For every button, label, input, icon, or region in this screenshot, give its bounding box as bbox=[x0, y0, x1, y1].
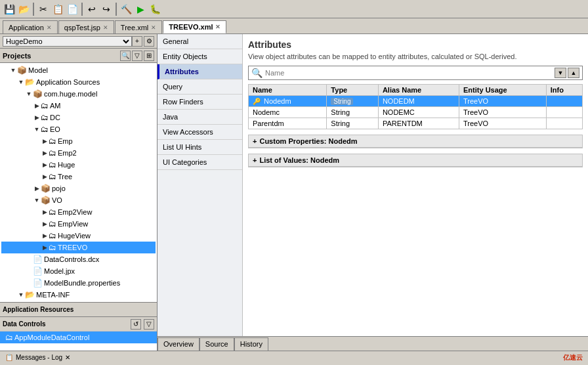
table-row[interactable]: Parentdm String PARENTDM TreeVO bbox=[249, 118, 583, 129]
tree-item-dc[interactable]: ▶ 🗂 DC bbox=[1, 112, 156, 123]
status-bar: 📋 Messages - Log ✕ 亿速云 bbox=[0, 351, 588, 364]
table-row[interactable]: 🔑 Nodedm String NODEDM TreeVO bbox=[249, 96, 583, 107]
content-description: View object attributes can be mapped to … bbox=[248, 53, 583, 60]
add-btn[interactable]: + bbox=[132, 36, 142, 47]
open-icon[interactable]: 📂 bbox=[17, 3, 30, 16]
expand-huge[interactable]: ▶ bbox=[41, 161, 49, 169]
expand-empview[interactable]: ▶ bbox=[41, 220, 49, 228]
nav-item-attributes[interactable]: Attributes bbox=[158, 64, 242, 79]
tab-overview[interactable]: Overview bbox=[158, 337, 200, 351]
tree-label-metainf: META-INF bbox=[36, 291, 70, 299]
tab-treevo-close[interactable]: ✕ bbox=[215, 24, 220, 30]
tab-treexml-close[interactable]: ✕ bbox=[151, 24, 156, 31]
tree-item-vo[interactable]: ▼ 📦 VO bbox=[1, 194, 156, 206]
tab-treexml[interactable]: Tree.xml ✕ bbox=[115, 20, 162, 33]
expand-tree[interactable]: ▶ bbox=[41, 173, 49, 181]
copy-icon[interactable]: 📋 bbox=[51, 3, 64, 16]
tree-label-datactrls: DataControls.dcx bbox=[44, 255, 99, 263]
tree-item-eo[interactable]: ▼ 🗂 EO bbox=[1, 123, 156, 135]
build-icon[interactable]: 🔨 bbox=[119, 3, 133, 16]
search-projects-btn[interactable]: 🔍 bbox=[120, 51, 131, 61]
prev-btn[interactable]: ▼ bbox=[555, 68, 566, 78]
tree-item-tree[interactable]: ▶ 🗂 Tree bbox=[1, 171, 156, 182]
undo-icon[interactable]: ↩ bbox=[85, 3, 98, 16]
run-icon[interactable]: ▶ bbox=[134, 3, 147, 16]
expand-model[interactable]: ▼ bbox=[9, 66, 17, 74]
nav-item-list-ui-hints[interactable]: List UI Hints bbox=[158, 140, 242, 155]
tree-item-com[interactable]: ▼ 📦 com.huge.model bbox=[1, 88, 156, 100]
table-row[interactable]: Nodemc String NODEMC TreeVO bbox=[249, 107, 583, 118]
custom-properties-header[interactable]: + Custom Properties: Nodedm bbox=[249, 135, 582, 148]
projects-label: Projects bbox=[3, 52, 119, 60]
expand-pojo[interactable]: ▶ bbox=[33, 184, 41, 192]
paste-icon[interactable]: 📄 bbox=[66, 3, 79, 16]
expand-emp2view[interactable]: ▶ bbox=[41, 208, 49, 216]
project-dropdown[interactable]: HugeDemo bbox=[3, 36, 132, 47]
save-icon[interactable]: 💾 bbox=[3, 3, 16, 16]
nav-item-entity-objects[interactable]: Entity Objects bbox=[158, 49, 242, 64]
tab-application-close[interactable]: ✕ bbox=[47, 24, 52, 31]
tree-item-emp[interactable]: ▶ 🗂 Emp bbox=[1, 135, 156, 147]
nav-item-query[interactable]: Query bbox=[158, 79, 242, 95]
layout-btn[interactable]: ⊞ bbox=[144, 51, 154, 61]
next-btn[interactable]: ▲ bbox=[568, 68, 579, 78]
tree-item-metainf[interactable]: ▼ 📂 META-INF bbox=[1, 289, 156, 301]
nav-item-row-finders[interactable]: Row Finders bbox=[158, 95, 242, 110]
nav-item-java[interactable]: Java bbox=[158, 110, 242, 125]
search-input[interactable] bbox=[265, 69, 552, 77]
project-tree[interactable]: ▼ 📦 Model ▼ 📂 Application Sources ▼ 📦 co… bbox=[0, 63, 157, 302]
cut-icon[interactable]: ✂ bbox=[37, 3, 50, 16]
attribute-search-bar: 🔍 ▼ ▲ bbox=[248, 66, 583, 80]
expand-datactrls[interactable] bbox=[25, 255, 33, 263]
filter-data-btn[interactable]: ▽ bbox=[144, 319, 154, 330]
tree-item-huge[interactable]: ▶ 🗂 Huge bbox=[1, 159, 156, 171]
tree-item-am[interactable]: ▶ 🗂 AM bbox=[1, 100, 156, 112]
tab-qsptest[interactable]: qspTest.jsp ✕ bbox=[58, 20, 114, 33]
debug-icon[interactable]: 🐛 bbox=[148, 3, 161, 16]
expand-emp[interactable]: ▶ bbox=[41, 137, 49, 145]
list-of-values-header[interactable]: + List of Values: Nodedm bbox=[249, 154, 582, 167]
tree-item-empview[interactable]: ▶ 🗂 EmpView bbox=[1, 218, 156, 230]
tab-application[interactable]: Application ✕ bbox=[3, 20, 58, 33]
col-alias: Alias Name bbox=[378, 85, 459, 96]
redo-icon[interactable]: ↪ bbox=[100, 3, 113, 16]
expand-treevo[interactable]: ▶ bbox=[41, 244, 49, 251]
cell-info bbox=[546, 107, 582, 118]
tree-item-model[interactable]: ▼ 📦 Model bbox=[1, 64, 156, 76]
refresh-btn[interactable]: ↺ bbox=[131, 319, 141, 330]
settings-btn[interactable]: ⚙ bbox=[144, 36, 154, 47]
tree-item-bundle[interactable]: 📄 ModelBundle.properties bbox=[1, 277, 156, 289]
huge-icon: 🗂 bbox=[49, 160, 56, 169]
tree-item-emp2view[interactable]: ▶ 🗂 Emp2View bbox=[1, 206, 156, 218]
log-close-btn[interactable]: ✕ bbox=[65, 354, 70, 361]
expand-appsources[interactable]: ▼ bbox=[17, 78, 25, 86]
tab-qsptest-close[interactable]: ✕ bbox=[103, 24, 108, 31]
expand-metainf[interactable]: ▼ bbox=[17, 291, 25, 299]
expand-bundle[interactable] bbox=[25, 279, 33, 287]
expand-emp2[interactable]: ▶ bbox=[41, 149, 49, 157]
tree-item-appmodule[interactable]: 🗂 AppModuleDataControl bbox=[0, 332, 157, 343]
tree-item-appsources[interactable]: ▼ 📂 Application Sources bbox=[1, 76, 156, 88]
filter-btn[interactable]: ▽ bbox=[132, 51, 142, 61]
tree-item-datactrls[interactable]: 📄 DataControls.dcx bbox=[1, 253, 156, 265]
tree-item-treevo[interactable]: ▶ 🗂 TREEVO bbox=[1, 242, 156, 253]
tab-history[interactable]: History bbox=[234, 337, 268, 351]
expand-modeljpx[interactable] bbox=[25, 267, 33, 275]
expand-vo[interactable]: ▼ bbox=[33, 196, 41, 204]
tree-item-pojo[interactable]: ▶ 📦 pojo bbox=[1, 182, 156, 194]
expand-eo[interactable]: ▼ bbox=[33, 125, 41, 133]
expand-am[interactable]: ▶ bbox=[33, 102, 41, 110]
tree-item-hugeview[interactable]: ▶ 🗂 HugeView bbox=[1, 230, 156, 242]
tree-item-emp2[interactable]: ▶ 🗂 Emp2 bbox=[1, 147, 156, 159]
tree-item-modeljpx[interactable]: 📄 Model.jpx bbox=[1, 265, 156, 277]
nav-item-view-accessors[interactable]: View Accessors bbox=[158, 125, 242, 140]
tab-treevo[interactable]: TREEVO.xml ✕ bbox=[163, 20, 226, 33]
tab-source[interactable]: Source bbox=[200, 337, 234, 351]
expand-dc[interactable]: ▶ bbox=[33, 114, 41, 121]
expand-com[interactable]: ▼ bbox=[25, 90, 33, 98]
tree-label-appsources: Application Sources bbox=[36, 78, 100, 86]
nav-item-general[interactable]: General bbox=[158, 34, 242, 49]
expand-hugeview[interactable]: ▶ bbox=[41, 232, 49, 240]
main-toolbar: 💾 📂 ✂ 📋 📄 ↩ ↪ 🔨 ▶ 🐛 bbox=[0, 0, 588, 18]
nav-item-ui-categories[interactable]: UI Categories bbox=[158, 155, 242, 170]
